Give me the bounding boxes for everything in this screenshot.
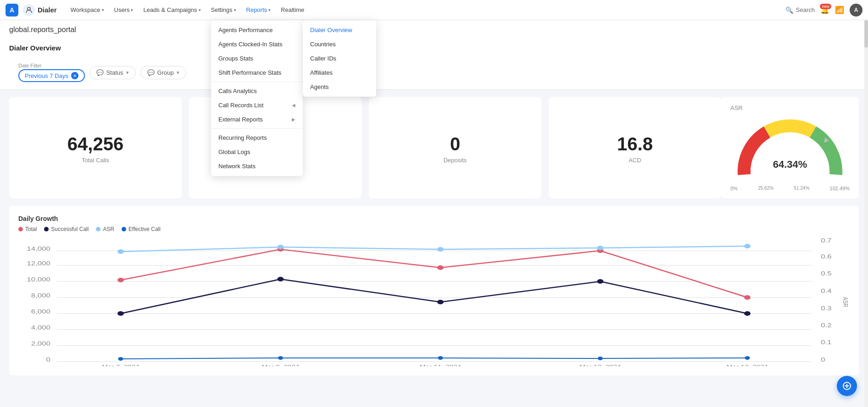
section-title: Dialer Overview bbox=[9, 44, 859, 52]
submenu-countries[interactable]: Countries bbox=[303, 37, 376, 51]
scrollbar-thumb[interactable] bbox=[864, 20, 868, 48]
svg-point-44 bbox=[438, 356, 443, 360]
svg-text:0: 0 bbox=[821, 357, 825, 363]
submenu-agents[interactable]: Agents bbox=[303, 80, 376, 94]
svg-text:2,000: 2,000 bbox=[31, 341, 50, 346]
nav-menu: Workspace▾ Users▾ Leads & Campaigns▾ Set… bbox=[66, 4, 785, 16]
svg-point-32 bbox=[117, 311, 124, 316]
status-chevron-icon: ▾ bbox=[126, 70, 129, 76]
page-title: global.reports_portal bbox=[9, 26, 859, 34]
svg-point-39 bbox=[437, 247, 444, 252]
reports-dropdown: Agents Performance Agents Clocked-In Sta… bbox=[211, 20, 303, 176]
svg-text:Mar 7, 2024: Mar 7, 2024 bbox=[102, 364, 139, 366]
svg-text:64.34%: 64.34% bbox=[773, 159, 807, 170]
filter-bar: Date Filter Previous 7 Days ✕ 💬 Status ▾… bbox=[9, 57, 859, 89]
svg-point-43 bbox=[278, 356, 283, 360]
brand: Dialer bbox=[23, 4, 57, 16]
group-chevron-icon: ▾ bbox=[177, 70, 179, 76]
external-reports-submenu: Dialer Overview Countries Caller IDs Aff… bbox=[303, 20, 376, 97]
wifi-icon: 📶 bbox=[835, 6, 844, 14]
gauge-title: ASR bbox=[730, 104, 850, 111]
svg-point-0 bbox=[28, 7, 30, 10]
dropdown-network-stats[interactable]: Network Stats bbox=[211, 159, 303, 173]
dropdown-shift-stats[interactable]: Shift Performance Stats bbox=[211, 66, 303, 80]
legend-effective: Effective Call bbox=[122, 226, 161, 232]
legend-asr-dot bbox=[96, 227, 100, 231]
status-filter[interactable]: 💬 Status ▾ bbox=[89, 66, 136, 79]
main-content: global.reports_portal Dialer Overview Da… bbox=[0, 20, 868, 375]
legend-total-label: Total bbox=[25, 226, 37, 232]
dropdown-recurring[interactable]: Recurring Reports bbox=[211, 131, 303, 145]
nav-leads[interactable]: Leads & Campaigns▾ bbox=[139, 4, 205, 16]
svg-point-29 bbox=[437, 265, 444, 270]
external-reports-chevron: ▶ bbox=[292, 117, 295, 122]
gauge-label-51: 51.24% bbox=[794, 186, 809, 191]
legend-total-dot bbox=[18, 227, 23, 231]
svg-text:14,000: 14,000 bbox=[27, 246, 50, 252]
svg-text:12,000: 12,000 bbox=[27, 260, 50, 266]
fab-icon bbox=[842, 381, 851, 385]
svg-text:Mar 8, 2024: Mar 8, 2024 bbox=[262, 364, 300, 366]
legend-effective-label: Effective Call bbox=[128, 226, 161, 232]
nav-reports[interactable]: Reports▾ bbox=[242, 4, 276, 16]
dropdown-calls-analytics[interactable]: Calls Analytics bbox=[211, 84, 303, 98]
date-chip[interactable]: Previous 7 Days ✕ bbox=[18, 69, 85, 82]
nav-workspace[interactable]: Workspace▾ bbox=[66, 4, 109, 16]
legend-effective-dot bbox=[122, 227, 126, 231]
dropdown-call-records[interactable]: Call Records List ◀ bbox=[211, 98, 303, 112]
stat-acd: 16.8 ACD bbox=[549, 97, 721, 198]
gauge-wrapper: 64.34% bbox=[730, 115, 850, 184]
navbar-right: 🔍 Search 🔔 new 📶 A bbox=[785, 4, 862, 16]
date-filter-label: Date Filter bbox=[18, 63, 85, 68]
nav-realtime[interactable]: Realtime bbox=[276, 4, 309, 16]
dropdown-global-logs[interactable]: Global Logs bbox=[211, 145, 303, 159]
svg-point-31 bbox=[744, 295, 751, 300]
group-filter[interactable]: 💬 Group ▾ bbox=[140, 66, 186, 79]
dropdown-agents-performance[interactable]: Agents Performance bbox=[211, 23, 303, 37]
date-clear-button[interactable]: ✕ bbox=[71, 72, 78, 79]
daily-growth-chart: 0 2,000 4,000 6,000 8,000 10,000 12,000 … bbox=[18, 238, 850, 366]
svg-point-40 bbox=[597, 246, 603, 250]
legend-asr: ASR bbox=[96, 226, 114, 232]
avatar[interactable]: A bbox=[850, 4, 862, 16]
scrollbar-track[interactable] bbox=[864, 20, 868, 385]
notification-badge[interactable]: 🔔 new bbox=[820, 6, 829, 14]
submenu-caller-ids[interactable]: Caller IDs bbox=[303, 51, 376, 66]
submenu-affiliates[interactable]: Affiliates bbox=[303, 66, 376, 80]
app-logo[interactable]: A bbox=[6, 4, 18, 16]
svg-text:0.5: 0.5 bbox=[821, 270, 831, 276]
search-icon: 🔍 bbox=[785, 6, 793, 14]
svg-text:0.6: 0.6 bbox=[821, 253, 831, 259]
total-calls-value: 64,256 bbox=[67, 134, 123, 154]
svg-text:Mar 12, 2024: Mar 12, 2024 bbox=[579, 364, 621, 366]
dropdown-separator-1 bbox=[211, 82, 303, 82]
svg-point-38 bbox=[278, 245, 284, 249]
svg-point-34 bbox=[437, 300, 444, 304]
svg-point-46 bbox=[745, 356, 750, 360]
group-filter-icon: 💬 bbox=[147, 69, 155, 76]
nav-settings[interactable]: Settings▾ bbox=[206, 4, 241, 16]
call-records-chevron: ◀ bbox=[292, 103, 295, 108]
legend-successful-dot bbox=[44, 227, 49, 231]
stat-deposits: 0 Deposits bbox=[369, 97, 541, 198]
svg-point-45 bbox=[598, 357, 603, 360]
stats-grid: 64,256 Total Calls 41,342 Successful Cal… bbox=[9, 97, 721, 198]
submenu-dialer-overview[interactable]: Dialer Overview bbox=[303, 23, 376, 37]
nav-users[interactable]: Users▾ bbox=[110, 4, 138, 16]
dropdown-agents-clocked[interactable]: Agents Clocked-In Stats bbox=[211, 37, 303, 51]
gauge-labels: 0% 25.62% 51.24% 102.49% bbox=[730, 186, 850, 191]
svg-point-35 bbox=[597, 279, 603, 284]
svg-text:0.1: 0.1 bbox=[821, 339, 831, 345]
dropdown-external-reports[interactable]: External Reports ▶ bbox=[211, 112, 303, 126]
notification-count: new bbox=[820, 4, 831, 9]
svg-text:4,000: 4,000 bbox=[31, 324, 50, 330]
fab-button[interactable] bbox=[837, 376, 857, 385]
svg-text:0: 0 bbox=[46, 357, 50, 363]
chart-title: Daily Growth bbox=[18, 215, 850, 222]
gauge-card: ASR 64.34% 0% 25.62% 51.24% bbox=[721, 97, 859, 198]
brand-icon bbox=[23, 4, 35, 16]
gauge-label-25: 25.62% bbox=[758, 186, 773, 191]
svg-text:Mar 11, 2024: Mar 11, 2024 bbox=[420, 364, 462, 366]
dropdown-groups-stats[interactable]: Groups Stats bbox=[211, 51, 303, 66]
search-box[interactable]: 🔍 Search bbox=[785, 6, 815, 14]
